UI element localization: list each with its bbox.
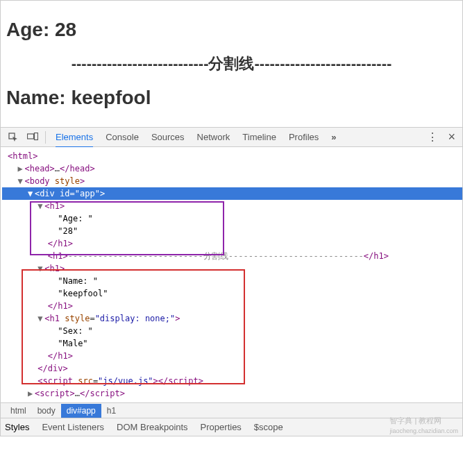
subtab-properties[interactable]: Properties <box>201 422 242 432</box>
subtab-dom-breakpoints[interactable]: DOM Breakpoints <box>117 422 188 432</box>
svg-rect-2 <box>35 133 38 139</box>
dom-text-node[interactable]: "Age: " <box>2 212 462 225</box>
dom-node[interactable]: </h1> <box>2 237 462 250</box>
dom-node[interactable]: ▼<h1 style="display: none;"> <box>2 312 462 325</box>
dom-node[interactable]: ▼<body style> <box>2 175 462 187</box>
tabs-overflow-icon[interactable]: » <box>331 132 335 142</box>
devtools-tabs: Elements Console Sources Network Timelin… <box>56 128 427 147</box>
breadcrumb-item[interactable]: body <box>32 404 61 418</box>
inspect-icon[interactable] <box>3 128 23 147</box>
dom-text-node[interactable]: "keepfool" <box>2 287 462 300</box>
dom-node[interactable]: </div> <box>2 362 462 375</box>
dom-node[interactable]: ▼<h1> <box>2 262 462 275</box>
dom-node[interactable]: ▶<script>…</script> <box>2 387 462 400</box>
sidebar-tabs: Styles Event Listeners DOM Breakpoints P… <box>1 418 462 436</box>
svg-rect-1 <box>28 134 34 139</box>
rendered-page: Age: 28 ---------------------------分割线--… <box>0 0 463 128</box>
dom-tree[interactable]: <html> ▶<head>…</head> ▼<body style> ⋯ ▼… <box>1 147 462 402</box>
devtools-panel: Elements Console Sources Network Timelin… <box>0 128 463 436</box>
breadcrumb-item-selected[interactable]: div#app <box>61 404 101 418</box>
dom-text-node[interactable]: "Male" <box>2 337 462 350</box>
menu-icon[interactable]: ⋮ <box>427 130 438 144</box>
devtools-toolbar: Elements Console Sources Network Timelin… <box>1 128 462 147</box>
tab-elements[interactable]: Elements <box>56 132 93 142</box>
tab-timeline[interactable]: Timeline <box>242 132 276 142</box>
subtab-event-listeners[interactable]: Event Listeners <box>42 422 104 432</box>
dom-node[interactable]: <h1>---------------------------分割线------… <box>2 250 462 262</box>
age-value: 28 <box>55 19 76 40</box>
dom-text-node[interactable]: "Name: " <box>2 275 462 287</box>
dom-node-selected[interactable]: ⋯ ▼<div id="app"> <box>2 187 462 200</box>
age-heading: Age: 28 <box>6 19 457 41</box>
dom-node[interactable]: </h1> <box>2 300 462 312</box>
tab-profiles[interactable]: Profiles <box>289 132 319 142</box>
dom-node[interactable]: <script src="js/vue.js"></script> <box>2 375 462 387</box>
breadcrumb-item[interactable]: html <box>5 404 32 418</box>
subtab-scope[interactable]: $scope <box>254 422 283 432</box>
device-toggle-icon[interactable] <box>23 128 42 147</box>
name-value: keepfool <box>71 87 151 108</box>
breadcrumb-item[interactable]: h1 <box>101 404 121 418</box>
toolbar-separator <box>45 131 46 144</box>
dom-node[interactable]: ▼<h1> <box>2 200 462 212</box>
name-heading: Name: keepfool <box>6 87 457 109</box>
dom-text-node[interactable]: "Sex: " <box>2 325 462 337</box>
dom-text-node[interactable]: "28" <box>2 225 462 237</box>
age-label: Age: <box>6 19 55 40</box>
dom-node[interactable]: </h1> <box>2 350 462 362</box>
subtab-styles[interactable]: Styles <box>5 422 29 432</box>
close-icon[interactable]: × <box>448 130 455 144</box>
tab-network[interactable]: Network <box>197 132 230 142</box>
dom-node[interactable]: <html> <box>2 150 462 162</box>
tab-console[interactable]: Console <box>106 132 139 142</box>
divider-heading: ---------------------------分割线----------… <box>6 53 457 74</box>
tab-sources[interactable]: Sources <box>151 132 185 142</box>
dom-node[interactable]: ▶<head>…</head> <box>2 162 462 175</box>
watermark: 智字典 | 教程网 jiaocheng.chazidian.com <box>389 416 458 434</box>
name-label: Name: <box>6 87 71 108</box>
